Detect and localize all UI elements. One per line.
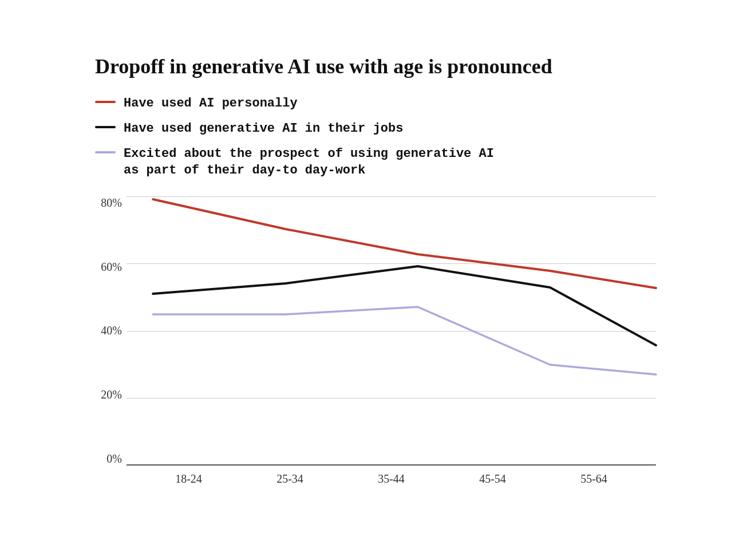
y-axis: 80% 60% 40% 20% 0% <box>95 196 127 466</box>
chart-title: Dropoff in generative AI use with age is… <box>95 54 656 79</box>
y-label-80: 80% <box>95 196 127 210</box>
y-label-60: 60% <box>95 261 127 274</box>
line-excited <box>153 307 656 374</box>
x-label-45-54: 45-54 <box>442 466 543 494</box>
line-jobs <box>153 266 656 345</box>
legend-item-excited: Excited about the prospect of using gene… <box>95 145 656 179</box>
legend-label-excited: Excited about the prospect of using gene… <box>124 145 494 179</box>
legend: Have used AI personally Have used genera… <box>95 95 656 179</box>
x-label-18-24: 18-24 <box>138 466 239 494</box>
y-label-0: 0% <box>95 452 127 466</box>
x-label-35-44: 35-44 <box>341 466 442 494</box>
chart-container: Dropoff in generative AI use with age is… <box>61 31 690 529</box>
y-label-40: 40% <box>95 324 127 337</box>
legend-line-personal <box>95 101 116 103</box>
x-axis-labels: 18-24 25-34 35-44 45-54 55-64 <box>127 466 656 494</box>
legend-line-excited <box>95 151 116 153</box>
legend-item-personal: Have used AI personally <box>95 95 656 112</box>
x-label-55-64: 55-64 <box>543 466 645 494</box>
y-label-20: 20% <box>95 388 127 401</box>
legend-label-jobs: Have used generative AI in their jobs <box>124 120 403 137</box>
line-personal <box>153 199 656 288</box>
legend-line-jobs <box>95 126 116 128</box>
chart-lines <box>127 196 656 466</box>
x-label-25-34: 25-34 <box>239 466 341 494</box>
legend-label-personal: Have used AI personally <box>124 95 298 112</box>
chart-area: 80% 60% 40% 20% 0% <box>95 196 656 494</box>
plot-area <box>127 196 656 466</box>
legend-item-jobs: Have used generative AI in their jobs <box>95 120 656 137</box>
